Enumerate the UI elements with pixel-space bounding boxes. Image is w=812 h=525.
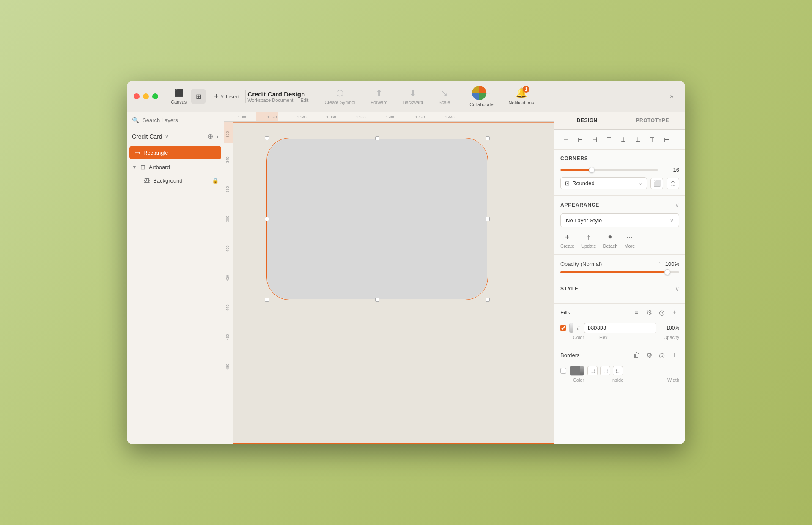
fills-settings-button[interactable]: ⚙ [645,308,654,317]
background-layer-icon: 🖼 [144,177,150,184]
tab-prototype[interactable]: PROTOTYPE [620,112,686,129]
svg-text:440: 440 [225,304,230,311]
borders-add-button[interactable]: + [670,350,679,360]
add-layer-button[interactable]: ⊕ [208,132,213,140]
ruler-top: 1.300 1.320 1.340 1.360 1.380 1.400 1.42… [224,112,554,122]
border-outside-button[interactable]: ⬚ [613,366,623,375]
svg-text:360: 360 [225,186,230,192]
expand-layers-button[interactable]: › [217,133,219,140]
collaborate-label: Collaborate [469,102,493,107]
handle-bottom-left[interactable] [265,298,269,302]
border-center-button[interactable]: ⬚ [600,366,610,375]
fills-eye-button[interactable]: ◎ [657,308,667,317]
grid-button[interactable]: ⊞ [191,89,206,104]
distribute-h-button[interactable]: ⊥ [618,134,629,145]
doc-subtitle: Workspace Document — Edit [247,98,308,103]
fill-labels: Color Hex Opacity [560,335,679,340]
corners-slider-track[interactable] [560,169,658,171]
minimize-button[interactable] [143,93,149,99]
corners-row: 16 [560,167,679,173]
corner-mode-square-button[interactable]: ⬜ [650,178,663,189]
fills-section: Fills ≡ ⚙ ◎ + # Color [554,304,685,346]
fill-checkbox[interactable] [560,325,566,331]
svg-text:400: 400 [225,245,230,252]
expand-toolbar-button[interactable]: » [665,90,678,103]
border-color-preview[interactable] [570,366,584,376]
detach-style-button[interactable]: ✦ Detach [603,232,618,249]
border-inside-button[interactable]: ⬚ [587,366,598,375]
backward-button[interactable]: ⬇ Backward [397,85,429,107]
handle-top-left[interactable] [265,136,269,140]
rectangle-element[interactable] [267,139,487,299]
fill-color-preview[interactable] [569,323,573,333]
opacity-chevron-icon[interactable]: ⌃ [658,261,662,267]
handle-bottom-right[interactable] [486,298,490,302]
appearance-chevron-icon[interactable]: ∨ [675,202,679,208]
align-left-edges-button[interactable]: ⊣ [560,134,571,145]
scale-button[interactable]: ⤡ Scale [433,85,456,107]
ruler-left: 320 340 360 380 400 420 440 460 480 [224,122,233,444]
update-style-button[interactable]: ↑ Update [581,233,596,249]
toolbar-separator2 [245,90,246,103]
canvas-bottom-line [233,443,554,444]
update-label: Update [581,243,596,249]
align-bottom-button[interactable]: ⊥ [632,134,643,145]
border-color-label: Color [570,377,587,383]
forward-button[interactable]: ⬆ Forward [365,85,393,107]
notifications-button[interactable]: 🔔 1 Notifications [503,85,540,108]
doc-title: Credit Card Design [247,90,308,98]
scale-icon: ⤡ [441,88,448,98]
search-input[interactable] [143,117,219,123]
fill-opacity-input[interactable] [660,325,679,331]
canvas[interactable] [233,122,554,444]
borders-section: Borders 🗑 ⚙ ◎ + ⬚ ⬚ ⬚ [554,346,685,388]
fills-layers-button[interactable]: ≡ [632,308,641,317]
corners-slider-thumb[interactable] [589,167,595,173]
collaborate-button[interactable]: Collaborate [459,83,499,109]
layer-style-select[interactable]: No Layer Style ∨ [560,213,679,227]
layer-rectangle[interactable]: ▭ Rectangle [129,146,221,159]
canvas-area: 1.300 1.320 1.340 1.360 1.380 1.400 1.42… [224,112,554,444]
fills-add-button[interactable]: + [670,308,679,317]
fill-hex-input[interactable] [584,323,656,333]
rectangle-layer-icon: ▭ [134,149,140,156]
backward-label: Backward [403,100,423,105]
layer-artboard[interactable]: ▼ ⊡ Artboard [127,160,224,174]
layer-style-chevron-icon: ∨ [670,218,674,224]
canvas-button[interactable]: ⬛ Canvas [167,86,191,107]
corner-mode-smooth-button[interactable]: ⬡ [667,178,679,189]
opacity-slider-track[interactable] [560,271,679,273]
align-top-button[interactable]: ⊤ [604,134,614,145]
search-icon: 🔍 [132,117,139,123]
forward-icon: ⬆ [376,88,383,98]
borders-eye-button[interactable]: ◎ [657,350,667,360]
layer-background[interactable]: 🖼 Background 🔒 [127,174,224,187]
borders-trash-button[interactable]: 🗑 [632,350,641,360]
trim-button[interactable]: ⊤ [647,134,658,145]
insert-button[interactable]: + ∨ Insert [210,90,244,104]
close-button[interactable] [134,93,140,99]
align-center-h-button[interactable]: ⊢ [575,134,586,145]
maximize-button[interactable] [152,93,158,99]
more-align-button[interactable]: ⊢ [661,134,672,145]
create-symbol-button[interactable]: ⬡ Create Symbol [318,85,361,107]
app-window: ⬛ Canvas ⊞ + ∨ Insert Credit Card Design… [127,81,685,444]
notifications-icon: 🔔 1 [516,88,527,98]
handle-top-right[interactable] [486,136,490,140]
corner-type-select[interactable]: ⊡ Rounded ⌄ [560,177,647,189]
svg-text:1.340: 1.340 [297,115,307,119]
opacity-slider-thumb[interactable] [664,269,670,275]
opacity-slider-fill [560,271,667,273]
create-icon: + [565,233,570,242]
hex-label: Hex [599,335,660,340]
corner-value-input[interactable]: 16 [662,167,679,173]
borders-settings-button[interactable]: ⚙ [645,350,654,360]
create-style-button[interactable]: + Create [560,233,574,249]
align-right-edges-button[interactable]: ⊣ [589,134,600,145]
more-styles-button[interactable]: ··· More [624,233,635,249]
border-checkbox[interactable] [560,368,566,374]
style-chevron-icon[interactable]: ∨ [675,285,679,292]
appearance-title: APPEARANCE [560,202,675,208]
fill-row: # [560,323,679,333]
tab-design[interactable]: DESIGN [554,112,620,129]
